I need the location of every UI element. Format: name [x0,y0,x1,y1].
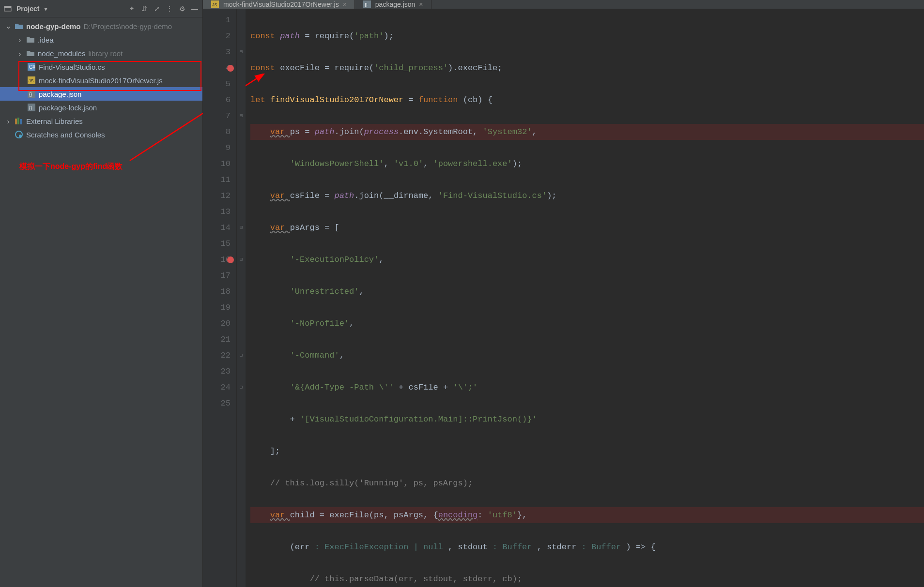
svg-rect-11 [17,118,19,124]
dropdown-icon[interactable]: ▾ [44,5,47,13]
collapse-all-icon[interactable]: ⇵ [140,5,148,13]
project-panel-title: Project [16,5,39,13]
close-icon[interactable]: × [343,0,347,8]
gear-icon[interactable]: ⚙ [178,5,186,13]
line-number-gutter[interactable]: 123 4 5678 9101112 131415 16 17181920 21… [203,9,237,587]
tab-mock-js[interactable]: JS mock-findVisualStudio2017OrNewer.js × [203,0,355,9]
editor-tabs: JS mock-findVisualStudio2017OrNewer.js ×… [203,0,924,9]
tab-package-json[interactable]: {} package.json × [355,0,431,9]
json-file-icon: {} [27,103,36,112]
svg-rect-10 [15,119,17,124]
tree-idea-folder[interactable]: › .idea [0,33,202,46]
tree-root[interactable]: ⌄ node-gyp-demo D:\Projects\node-gyp-dem… [0,19,202,33]
folder-icon [26,35,35,44]
fold-icon[interactable]: ⊟ [237,108,246,124]
tree-external-libraries[interactable]: › External Libraries [0,114,202,128]
project-icon [4,5,12,13]
annotation-text: 模拟一下node-gyp的find函数 [19,162,123,172]
breakpoint-icon[interactable] [227,65,234,72]
breakpoint-icon[interactable] [227,256,234,263]
tree-root-path: D:\Projects\node-gyp-demo [84,22,172,30]
fold-icon[interactable]: ⊟ [237,347,246,363]
editor: JS mock-findVisualStudio2017OrNewer.js ×… [203,0,924,587]
chevron-right-icon[interactable]: › [16,49,23,58]
tree-item-label: .idea [38,36,54,44]
fold-gutter[interactable]: ⊟ ⊟ ⊟ ⊟ ⊟ ⊟ [237,9,246,587]
project-panel-header: Project ▾ ⌖ ⇵ ⤢ ⋮ ⚙ — [0,0,202,17]
chevron-right-icon[interactable]: › [16,36,23,44]
tree-scratches[interactable]: Scratches and Consoles [0,128,202,141]
tree-root-name: node-gyp-demo [26,22,81,30]
svg-rect-1 [4,6,11,8]
js-file-icon: JS [211,0,219,9]
code-area[interactable]: 123 4 5678 9101112 131415 16 17181920 21… [203,9,924,587]
tree-item-label: package-lock.json [39,104,97,112]
svg-text:{}: {} [365,2,368,7]
divider-icon: ⋮ [166,5,173,13]
svg-point-14 [19,135,22,137]
folder-icon [15,22,23,30]
project-panel: Project ▾ ⌖ ⇵ ⤢ ⋮ ⚙ — ⌄ node-gyp-demo D:… [0,0,203,587]
tree-file-package-lock[interactable]: {} package-lock.json [0,101,202,114]
chevron-none [5,131,12,139]
close-icon[interactable]: × [419,0,423,8]
chevron-down-icon[interactable]: ⌄ [5,22,12,30]
annotation-box [18,61,201,91]
fold-icon[interactable]: ⊟ [237,44,246,60]
tree-item-label: External Libraries [26,117,83,125]
svg-text:JS: JS [212,2,217,7]
tree-item-hint: library root [88,49,123,58]
svg-text:{}: {} [29,105,32,110]
fold-icon[interactable]: ⊟ [237,220,246,236]
minimize-icon[interactable]: — [191,5,199,13]
tab-label: package.json [375,0,416,8]
svg-rect-12 [20,119,22,124]
locate-icon[interactable]: ⌖ [128,5,136,13]
project-tree[interactable]: ⌄ node-gyp-demo D:\Projects\node-gyp-dem… [0,17,202,143]
json-file-icon: {} [363,0,371,9]
tree-item-label: package.json [39,90,81,98]
expand-all-icon[interactable]: ⤢ [153,5,161,13]
scratches-icon [15,130,23,139]
svg-text:{}: {} [29,92,32,97]
folder-icon [26,49,35,58]
fold-icon[interactable]: ⊟ [237,379,246,395]
chevron-right-icon[interactable]: › [5,117,12,125]
fold-icon[interactable]: ⊟ [237,252,246,268]
tab-label: mock-findVisualStudio2017OrNewer.js [223,0,339,8]
code-body[interactable]: const path = require('path'); const exec… [246,9,924,587]
tree-item-label: node_modules [38,49,85,58]
libraries-icon [15,117,23,125]
tree-node-modules-folder[interactable]: › node_modules library root [0,46,202,60]
tree-item-label: Scratches and Consoles [26,131,105,139]
